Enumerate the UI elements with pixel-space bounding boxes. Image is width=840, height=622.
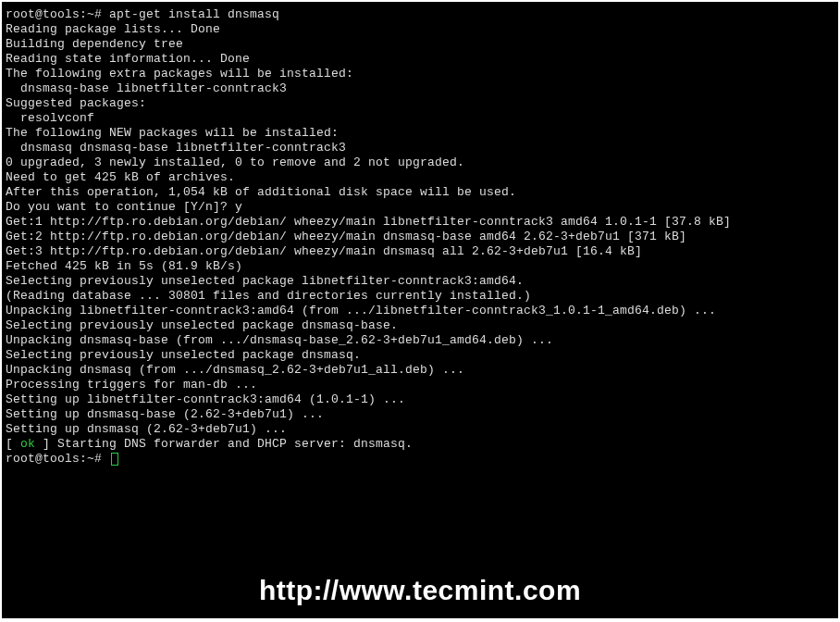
shell-command: [102, 452, 109, 466]
terminal-line: resolvconf: [6, 111, 834, 126]
terminal-line: Unpacking dnsmasq-base (from .../dnsmasq…: [6, 333, 834, 348]
terminal-line: Selecting previously unselected package …: [6, 318, 834, 333]
terminal-line: Building dependency tree: [6, 37, 834, 52]
terminal-line: Processing triggers for man-db ...: [6, 378, 834, 392]
terminal-line: Setting up libnetfilter-conntrack3:amd64…: [6, 392, 834, 407]
terminal-line: Setting up dnsmasq (2.62-3+deb7u1) ...: [6, 422, 834, 437]
terminal-line: Do you want to continue [Y/n]? y: [6, 200, 834, 215]
terminal-line: (Reading database ... 30801 files and di…: [6, 289, 834, 304]
terminal-line: The following NEW packages will be insta…: [6, 126, 834, 141]
terminal-line: Reading package lists... Done: [6, 22, 834, 37]
terminal-line: Need to get 425 kB of archives.: [6, 170, 834, 185]
terminal-line: Selecting previously unselected package …: [6, 348, 834, 363]
terminal-line: Fetched 425 kB in 5s (81.9 kB/s): [6, 259, 834, 274]
terminal-line: Reading state information... Done: [6, 52, 834, 67]
status-message: ] Starting DNS forwarder and DHCP server…: [35, 437, 413, 451]
terminal-output: root@tools:~# apt-get install dnsmasqRea…: [6, 7, 834, 466]
terminal-line: Unpacking dnsmasq (from .../dnsmasq_2.62…: [6, 363, 834, 378]
terminal-window[interactable]: root@tools:~# apt-get install dnsmasqRea…: [2, 2, 838, 618]
terminal-line: The following extra packages will be ins…: [6, 67, 834, 81]
terminal-line: Get:1 http://ftp.ro.debian.org/debian/ w…: [6, 215, 834, 230]
status-ok: ok: [20, 437, 35, 451]
shell-command: apt-get install dnsmasq: [102, 7, 279, 21]
terminal-line: root@tools:~# apt-get install dnsmasq: [6, 7, 834, 22]
watermark-text: http://www.tecmint.com: [2, 583, 838, 598]
terminal-line: Selecting previously unselected package …: [6, 274, 834, 289]
terminal-line: Setting up dnsmasq-base (2.62-3+deb7u1) …: [6, 407, 834, 422]
terminal-line: Get:2 http://ftp.ro.debian.org/debian/ w…: [6, 230, 834, 244]
status-bracket: [: [6, 437, 20, 451]
terminal-line: Suggested packages:: [6, 96, 834, 111]
terminal-line: 0 upgraded, 3 newly installed, 0 to remo…: [6, 156, 834, 170]
terminal-line: Unpacking libnetfilter-conntrack3:amd64 …: [6, 304, 834, 318]
terminal-line: root@tools:~#: [6, 452, 834, 466]
terminal-line: [ ok ] Starting DNS forwarder and DHCP s…: [6, 437, 834, 452]
terminal-line: After this operation, 1,054 kB of additi…: [6, 185, 834, 200]
cursor-icon: [111, 453, 118, 466]
terminal-line: dnsmasq dnsmasq-base libnetfilter-conntr…: [6, 141, 834, 156]
terminal-line: Get:3 http://ftp.ro.debian.org/debian/ w…: [6, 244, 834, 259]
shell-prompt: root@tools:~#: [6, 452, 102, 466]
shell-prompt: root@tools:~#: [6, 7, 102, 21]
terminal-line: dnsmasq-base libnetfilter-conntrack3: [6, 81, 834, 96]
